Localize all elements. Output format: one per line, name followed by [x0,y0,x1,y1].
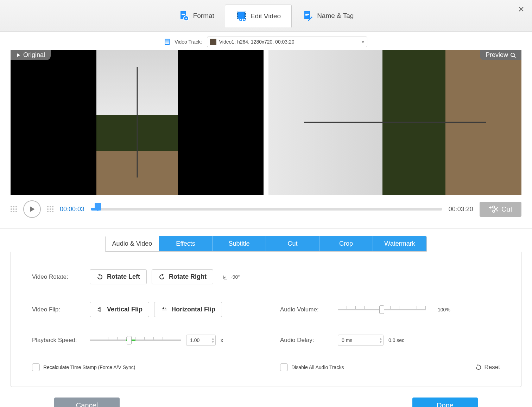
playback-speed-input[interactable]: 1.00 ▴▾ [186,335,216,346]
close-icon[interactable]: ✕ [518,5,524,14]
film-strip-icon [165,39,170,45]
cut-button-label: Cut [501,205,512,213]
rotate-right-label: Rotate Right [169,273,207,280]
preview-label-text: Preview [486,51,508,59]
current-time: 00:00:03 [60,206,84,213]
playback-speed-value: 1.00 [190,337,200,343]
top-tabs: Format Edit Video Name & Tag [168,4,365,27]
output-preview: Preview [268,50,521,195]
original-preview: Original [11,50,264,195]
tab-name-tag[interactable]: Name & Tag [292,4,364,27]
cancel-button[interactable]: Cancel [54,398,120,407]
audio-volume-value: 100% [438,307,450,312]
audio-delay-input[interactable]: 0 ms ▴▾ [338,335,384,346]
angle-icon [223,274,229,280]
seek-bar[interactable] [91,208,442,211]
sub-tabs: Audio & Video Effects Subtitle Cut Crop … [105,236,427,252]
horizontal-flip-label: Horizontal Flip [171,306,215,313]
playback-controls: 00:00:03 00:03:20 Cut [0,195,532,229]
seek-thumb[interactable] [95,203,101,211]
magnifier-icon [510,52,516,58]
rotate-value: -90° [223,274,240,280]
disable-audio-checkbox[interactable] [280,363,288,371]
play-icon [28,206,36,213]
playback-speed-row: Playback Speed: 1.00 ▴▾ x [32,335,252,346]
tab-name-tag-label: Name & Tag [317,12,354,20]
video-rotate-row: Video Rotate: Rotate Left Rotate Right -… [32,269,252,284]
playback-speed-slider[interactable] [90,340,181,341]
disable-audio-label: Disable All Audio Tracks [291,364,344,370]
audio-volume-label: Audio Volume: [280,306,333,313]
svg-marker-40 [165,307,167,309]
done-button[interactable]: Done [412,398,478,407]
svg-rect-2 [182,14,185,15]
svg-point-25 [511,53,514,57]
svg-marker-24 [17,53,20,57]
grip-handle-right[interactable] [47,206,53,212]
video-track-dropdown[interactable]: Video1: h264, 1280x720, 00:03:20 ▾ [207,37,367,47]
tab-format[interactable]: Format [168,4,225,27]
video-track-value: Video1: h264, 1280x720, 00:03:20 [219,39,294,45]
svg-rect-10 [237,15,238,16]
reset-icon [475,364,482,370]
doc-pencil-icon [302,10,314,21]
speed-slider-thumb[interactable] [127,336,132,344]
top-bar: ✕ Format Edit Video Name & Tag [0,0,532,32]
rotate-right-button[interactable]: Rotate Right [152,269,213,284]
sub-tab-subtitle[interactable]: Subtitle [213,236,266,251]
audio-volume-slider[interactable] [338,309,426,310]
video-track-row: Video Track: Video1: h264, 1280x720, 00:… [0,32,532,50]
rotate-left-icon [96,273,103,280]
svg-marker-42 [477,364,478,366]
volume-slider-thumb[interactable] [379,305,384,314]
vertical-flip-button[interactable]: Vertical Flip [90,302,149,317]
tab-edit-video[interactable]: Edit Video [225,5,292,27]
video-flip-label: Video Flip: [32,306,85,313]
sub-tab-audio-video[interactable]: Audio & Video [106,236,159,251]
playback-speed-label: Playback Speed: [32,337,85,344]
scissors-icon [489,205,499,213]
recalc-label: Recalculate Time Stamp (Force A/V Sync) [43,364,135,370]
svg-marker-27 [30,207,35,212]
recalc-checkbox[interactable] [32,363,40,371]
original-label-text: Original [23,51,45,59]
sub-tab-crop[interactable]: Crop [319,236,373,251]
tab-edit-video-label: Edit Video [251,12,281,20]
cancel-label: Cancel [76,401,98,407]
reset-button[interactable]: Reset [475,364,500,371]
video-rotate-label: Video Rotate: [32,273,85,280]
sub-tab-watermark[interactable]: Watermark [373,236,426,251]
audio-delay-value: 0 ms [342,337,352,343]
duration-time: 00:03:20 [449,206,473,213]
spinner-arrows-icon[interactable]: ▴▾ [379,337,383,344]
disable-audio-row: Disable All Audio Tracks Reset [280,363,500,371]
grip-handle-left[interactable] [11,206,17,212]
doc-gear-icon [178,10,190,21]
rotate-left-button[interactable]: Rotate Left [90,269,147,284]
svg-rect-13 [245,14,246,14]
svg-rect-8 [237,12,238,13]
horizontal-flip-button[interactable]: Horizontal Flip [154,302,222,317]
svg-rect-21 [305,13,309,13]
footer: Cancel Done [0,387,532,407]
svg-marker-36 [97,307,100,309]
tab-format-label: Format [193,12,214,20]
preview-video-content [268,50,521,195]
svg-marker-37 [97,310,100,312]
svg-rect-12 [245,12,246,13]
svg-rect-14 [245,15,246,16]
original-video-content [96,50,178,195]
play-button[interactable] [23,200,41,218]
cut-button[interactable]: Cut [480,202,521,217]
svg-rect-20 [304,11,310,19]
controls-panel: Video Rotate: Rotate Left Rotate Right -… [11,252,521,387]
sub-tabs-row: Audio & Video Effects Subtitle Cut Crop … [0,229,532,252]
video-track-thumb [210,39,216,45]
preview-label: Preview [480,50,521,60]
spinner-arrows-icon[interactable]: ▴▾ [211,337,215,344]
sub-tab-cut[interactable]: Cut [266,236,319,251]
svg-rect-15 [245,17,246,18]
svg-point-4 [185,18,187,19]
sub-tab-effects[interactable]: Effects [159,236,213,251]
svg-marker-39 [162,307,164,309]
